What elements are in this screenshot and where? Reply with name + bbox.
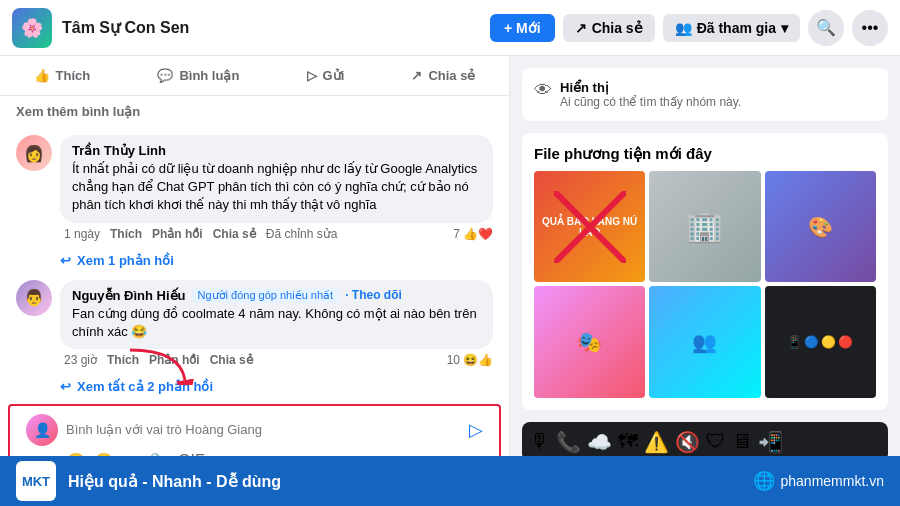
commenter-avatar-1: 👩 [16, 135, 52, 171]
taskbar-preview: 📱 🔵 🟡 🔴 [783, 331, 857, 353]
like-comment-btn-1[interactable]: Thích [110, 227, 142, 241]
bottom-banner: MKT Hiệu quả - Nhanh - Dễ dùng 🌐 phanmem… [0, 456, 900, 506]
new-post-button[interactable]: + Mới [490, 14, 555, 42]
comment-body-1: Trần Thủy Linh Ít nhất phải có dữ liệu t… [60, 135, 493, 241]
banner-website[interactable]: 🌐 phanmemmkt.vn [753, 470, 884, 492]
files-section: File phương tiện mới đây QUẢ BÁO LÀNG NÚ… [522, 133, 888, 410]
thumb-content-1: QUẢ BÁO LÀNG NÚ LÀO [538, 175, 641, 278]
taskbar-app-icon[interactable]: 📲 [758, 430, 783, 454]
see-replies-row: ↩ Xem tất cả 2 phản hồi [0, 375, 509, 398]
taskbar-maps-icon[interactable]: 🗺 [618, 430, 638, 453]
file-thumb-2[interactable]: 🏢 [649, 171, 760, 282]
comment-input-area: 👤 ▷ 😊 🙂 📷 📎 GIF [10, 406, 499, 456]
comment-reactions-1: 7 👍❤️ [453, 227, 493, 241]
app-taskbar: 🎙 📞 ☁️ 🗺 ⚠️ 🔇 🛡 🖥 📲 [522, 422, 888, 456]
mkt-logo: MKT [16, 461, 56, 501]
share-comment-btn-1[interactable]: Chia sẻ [213, 227, 256, 241]
see-more-comments[interactable]: Xem thêm bình luận [0, 96, 509, 127]
file-thumb-3[interactable]: 🎨 [765, 171, 876, 282]
visibility-section: 👁 Hiển thị Ai cũng có thể tìm thấy nhóm … [522, 68, 888, 121]
banner-slogan: Hiệu quả - Nhanh - Dễ dùng [68, 472, 753, 491]
reaction-count-2: 10 [447, 353, 460, 367]
taskbar-warning-icon[interactable]: ⚠️ [644, 430, 669, 454]
comment-text-2: Fan cứng dùng đồ coolmate 4 năm nay. Khô… [72, 305, 481, 341]
avatar-image-1: 👩 [16, 135, 52, 171]
right-sidebar: 👁 Hiển thị Ai cũng có thể tìm thấy nhóm … [510, 56, 900, 456]
comment-time-2: 23 giờ [64, 353, 97, 367]
visibility-row: 👁 Hiển thị Ai cũng có thể tìm thấy nhóm … [534, 80, 876, 109]
taskbar-monitor-icon[interactable]: 🖥 [732, 430, 752, 453]
current-user-avatar: 👤 [26, 414, 58, 446]
comment-item-2: 👨 Nguyễn Đình Hiếu Người đóng góp nhiều … [0, 272, 509, 375]
comment-actions-1: 1 ngày Thích Phản hồi Chia sẻ Đã chỉnh s… [60, 227, 493, 241]
taskbar-skype-icon[interactable]: 📞 [556, 430, 581, 454]
reaction-emojis-1: 👍❤️ [463, 227, 493, 241]
taskbar-muted-icon[interactable]: 🔇 [675, 430, 700, 454]
joined-button[interactable]: 👥 Đã tham gia ▾ [663, 14, 800, 42]
send-icon: ▷ [307, 68, 317, 83]
avatar-image-2: 👨 [16, 280, 52, 316]
file-thumb-5[interactable]: 👥 [649, 286, 760, 397]
file-thumb-1[interactable]: QUẢ BÁO LÀNG NÚ LÀO [534, 171, 645, 282]
visibility-info: Hiển thị Ai cũng có thể tìm thấy nhóm nà… [560, 80, 741, 109]
share-action[interactable]: ↗ Chia sẻ [393, 62, 493, 89]
header-actions: + Mới ↗ Chia sẻ 👥 Đã tham gia ▾ 🔍 ••• [490, 10, 888, 46]
share-button[interactable]: ↗ Chia sẻ [563, 14, 655, 42]
contributor-badge-2: Người đóng góp nhiều nhất [192, 288, 340, 303]
comment-bubble-2: Nguyễn Đình Hiếu Người đóng góp nhiều nh… [60, 280, 493, 349]
visibility-title: Hiển thị [560, 80, 741, 95]
more-button[interactable]: ••• [852, 10, 888, 46]
header-left: 🌸 Tâm Sự Con Sen [12, 8, 490, 48]
facebook-header: 🌸 Tâm Sự Con Sen + Mới ↗ Chia sẻ 👥 Đã th… [0, 0, 900, 56]
files-grid: QUẢ BÁO LÀNG NÚ LÀO 🏢 🎨 🎭 👥 [534, 171, 876, 398]
group-avatar: 🌸 [12, 8, 52, 48]
comment-input-field[interactable] [66, 422, 461, 437]
reaction-emojis-2: 😆👍 [463, 353, 493, 367]
share-arrow-icon: ↗ [411, 68, 422, 83]
comment-reactions-2: 10 😆👍 [447, 353, 493, 367]
comment-action[interactable]: 💬 Bình luận [139, 62, 257, 89]
group-name: Tâm Sự Con Sen [62, 18, 189, 37]
taskbar-vpn-icon[interactable]: 🛡 [706, 430, 726, 453]
comment-input-row: 👤 ▷ [26, 414, 483, 446]
globe-icon: 🌐 [753, 470, 775, 492]
commenter-name-2: Nguyễn Đình Hiếu [72, 288, 186, 303]
see-1-reply[interactable]: ↩ Xem 1 phản hồi [0, 249, 509, 272]
file-thumb-4[interactable]: 🎭 [534, 286, 645, 397]
people-icon: 👥 [675, 20, 692, 36]
thumb-content-5: 👥 [692, 330, 717, 354]
send-action[interactable]: ▷ Gửi [289, 62, 363, 89]
feed-column: 👍 Thích 💬 Bình luận ▷ Gửi ↗ Chia sẻ Xem … [0, 56, 510, 456]
reply-comment-btn-1[interactable]: Phản hồi [152, 227, 203, 241]
like-action[interactable]: 👍 Thích [16, 62, 109, 89]
commenter-badges-2: Nguyễn Đình Hiếu Người đóng góp nhiều nh… [72, 288, 481, 303]
send-comment-button[interactable]: ▷ [469, 419, 483, 441]
thumbs-up-icon: 👍 [34, 68, 50, 83]
files-title: File phương tiện mới đây [534, 145, 876, 163]
action-bar: 👍 Thích 💬 Bình luận ▷ Gửi ↗ Chia sẻ [0, 56, 509, 96]
follow-link-2[interactable]: · Theo dõi [345, 288, 402, 302]
thumb-icon-2: 🏢 [686, 209, 723, 244]
main-content: 👍 Thích 💬 Bình luận ▷ Gửi ↗ Chia sẻ Xem … [0, 56, 900, 456]
commenter-name-1: Trần Thủy Linh [72, 143, 481, 158]
eye-icon: 👁 [534, 80, 552, 101]
thumb-content-3: 🎨 [808, 215, 833, 239]
arrow-section: ↩ Xem tất cả 2 phản hồi [0, 375, 509, 402]
comment-bubble-1: Trần Thủy Linh Ít nhất phải có dữ liệu t… [60, 135, 493, 223]
reaction-count-1: 7 [453, 227, 460, 241]
search-button[interactable]: 🔍 [808, 10, 844, 46]
reply-arrow-icon: ↩ [60, 253, 71, 268]
comment-icon: 💬 [157, 68, 173, 83]
share-comment-btn-2[interactable]: Chia sẻ [210, 353, 253, 367]
visibility-description: Ai cũng có thể tìm thấy nhóm này. [560, 95, 741, 109]
red-arrow-svg [120, 345, 200, 385]
comment-input-container: 👤 ▷ 😊 🙂 📷 📎 GIF [8, 404, 501, 456]
taskbar-mic-icon[interactable]: 🎙 [530, 430, 550, 453]
commenter-avatar-2: 👨 [16, 280, 52, 316]
file-thumb-6[interactable]: 📱 🔵 🟡 🔴 [765, 286, 876, 397]
thumb-content-4: 🎭 [577, 330, 602, 354]
taskbar-cloud-icon[interactable]: ☁️ [587, 430, 612, 454]
edited-label-1: Đã chỉnh sửa [266, 227, 338, 241]
share-icon: ↗ [575, 20, 587, 36]
website-url: phanmemmkt.vn [781, 473, 884, 489]
